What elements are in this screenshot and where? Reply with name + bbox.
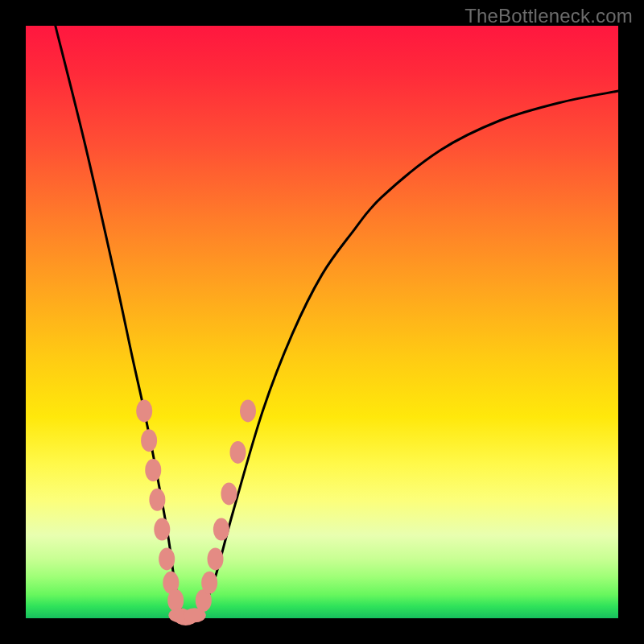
marker-dot (221, 482, 237, 505)
marker-dot (240, 399, 256, 422)
marker-dot (154, 518, 170, 541)
marker-dot (159, 547, 175, 570)
marker-dot (229, 441, 246, 464)
marker-dot (149, 489, 165, 511)
marker-dot (201, 572, 217, 594)
marker-dot (208, 547, 224, 570)
curve-svg (26, 26, 618, 618)
marker-dot (141, 429, 157, 452)
marker-dot (136, 399, 152, 422)
curve-path (56, 26, 618, 620)
watermark-text: TheBottleneck.com (464, 5, 633, 27)
bottleneck-curve (56, 26, 618, 620)
plot-area (26, 26, 618, 618)
marker-dot (145, 459, 161, 481)
marker-dot (213, 518, 229, 541)
highlighted-points (136, 399, 256, 625)
chart-frame: TheBottleneck.com (0, 0, 644, 644)
